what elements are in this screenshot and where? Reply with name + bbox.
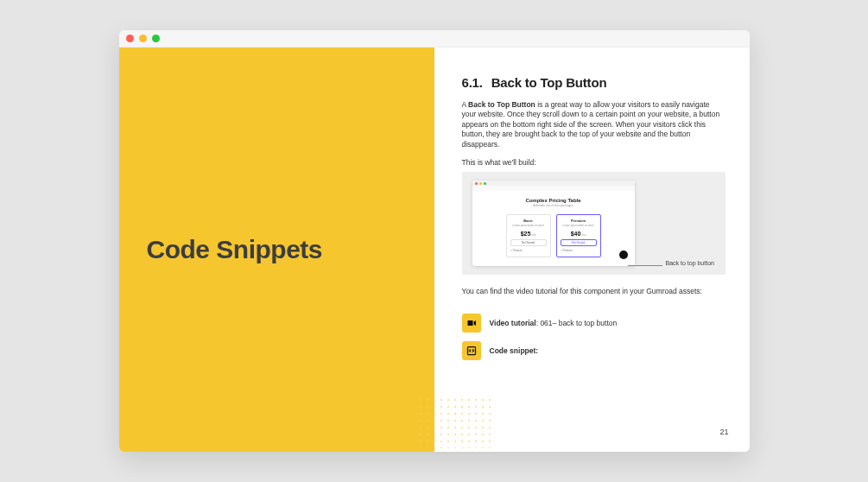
page-number: 21 [719, 428, 728, 436]
video-tutorial-label: Video tutorial [490, 319, 536, 327]
intro-paragraph: A Back to Top Button is a great way to a… [462, 100, 725, 149]
plan-name: Basic [510, 219, 547, 223]
build-label: This is what we'll build: [462, 158, 725, 167]
video-icon [462, 314, 481, 333]
section-heading: 6.1.Back to Top Button [462, 75, 725, 90]
video-tutorial-value: : 061– back to top button [536, 319, 618, 327]
pricing-cards: Basic Lorem ipsum dolor sit amet $25/mo … [479, 214, 628, 257]
gumroad-paragraph: You can find the video tutorial for this… [462, 287, 725, 296]
plan-desc: Lorem ipsum dolor sit amet [510, 225, 547, 228]
plan-price: $40/mo [561, 231, 597, 237]
plan-price: $25/mo [510, 231, 547, 237]
mock-maximize-icon [484, 182, 486, 185]
preview-figure: Complex Pricing Table A flexible set of … [462, 172, 725, 275]
intro-prefix: A [462, 100, 469, 109]
section-number: 6.1. [462, 75, 483, 90]
chapter-title: Code Snippets [147, 235, 323, 264]
plan-desc: Lorem ipsum dolor sit amet [561, 225, 597, 228]
plan-name: Premium [561, 219, 597, 223]
back-to-top-button-mock [619, 251, 628, 259]
svg-rect-0 [467, 320, 472, 326]
callout-line [628, 265, 662, 266]
document-spread: Code Snippets 6.1.Back to Top Button A B… [119, 48, 750, 452]
section-title: Back to Top Button [491, 75, 607, 90]
video-tutorial-text: Video tutorial: 061– back to top button [490, 319, 618, 327]
mock-body: Complex Pricing Table A flexible set of … [472, 191, 635, 266]
window-titlebar [119, 30, 750, 48]
pricing-card-basic: Basic Lorem ipsum dolor sit amet $25/mo … [506, 214, 551, 257]
mock-page-subtitle: A flexible set of four packages [479, 204, 628, 207]
code-snippet-label: Code snippet: [490, 346, 539, 355]
left-page: Code Snippets [119, 48, 434, 452]
plan-feature: Feature [561, 249, 597, 252]
app-window: Code Snippets 6.1.Back to Top Button A B… [119, 30, 750, 452]
video-tutorial-row: Video tutorial: 061– back to top button [462, 314, 725, 333]
code-snippet-text: Code snippet: [490, 346, 539, 355]
right-page: 6.1.Back to Top Button A Back to Top But… [434, 48, 750, 452]
plan-cta: Get Started [510, 239, 547, 246]
mock-minimize-icon [479, 182, 482, 185]
minimize-icon[interactable] [139, 35, 147, 42]
plan-cta: Get Started [561, 239, 597, 246]
close-icon[interactable] [126, 35, 134, 42]
browser-mock: Complex Pricing Table A flexible set of … [472, 181, 635, 266]
code-icon [462, 341, 481, 360]
mock-close-icon [475, 182, 478, 185]
code-snippet-row: Code snippet: [462, 341, 725, 360]
mock-page-title: Complex Pricing Table [479, 198, 628, 203]
pricing-card-premium: Premium Lorem ipsum dolor sit amet $40/m… [556, 214, 601, 257]
intro-bold: Back to Top Button [468, 100, 535, 109]
plan-feature: Feature [510, 249, 547, 252]
maximize-icon[interactable] [152, 35, 160, 42]
callout-label: Back to top button [666, 260, 714, 266]
